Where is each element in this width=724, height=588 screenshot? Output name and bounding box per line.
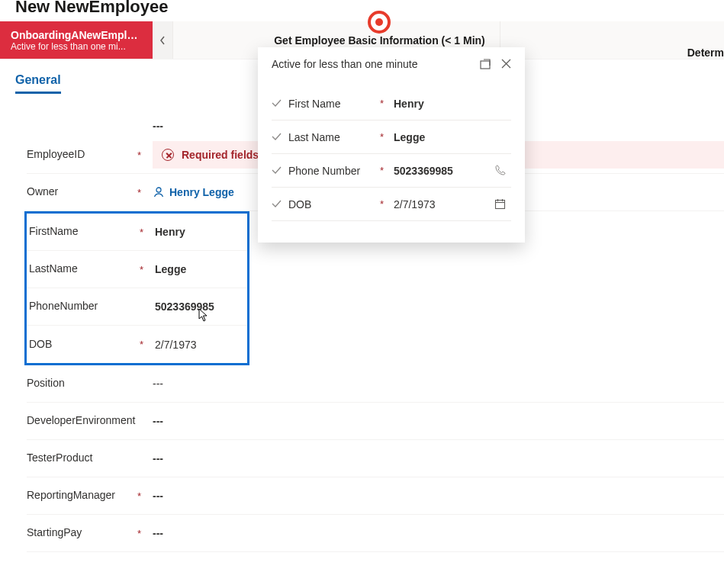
startingpay-value[interactable]: --- <box>153 522 724 544</box>
flyout-first-name-label: First Name <box>288 98 380 110</box>
required-mark: * <box>137 528 153 539</box>
required-mark: * <box>137 187 153 198</box>
target-indicator-icon <box>368 11 391 34</box>
phone-label: PhoneNumber <box>29 295 140 318</box>
dev-env-value[interactable]: --- <box>153 410 724 432</box>
stage-active-title: OnboardingANewEmplo... <box>11 29 142 41</box>
flyout-dob-label: DOB <box>288 198 380 210</box>
phone-value[interactable]: 5023369985 <box>155 296 247 317</box>
highlighted-fields: FirstName * Henry LastName * Legge Phone… <box>24 211 249 365</box>
required-mark: * <box>380 98 394 109</box>
flyout-phone-label: Phone Number <box>288 165 380 177</box>
position-value[interactable]: --- <box>153 373 724 394</box>
reporting-value[interactable]: --- <box>153 485 724 506</box>
svg-point-0 <box>156 188 161 192</box>
svg-rect-2 <box>496 201 505 209</box>
check-icon <box>272 200 282 208</box>
dob-label: DOB <box>29 333 140 356</box>
required-mark: * <box>380 165 394 176</box>
stage-flyout: Active for less than one minute First Na… <box>258 47 525 243</box>
stage-active-sub: Active for less than one mi... <box>11 41 142 52</box>
close-icon[interactable] <box>501 59 511 69</box>
owner-name: Henry Legge <box>169 186 234 198</box>
calendar-icon[interactable] <box>494 198 511 210</box>
person-icon <box>153 186 165 198</box>
flyout-dob-row: DOB * 2/7/1973 <box>272 188 511 221</box>
dock-icon[interactable] <box>480 59 491 69</box>
employee-id-label: EmployeeID <box>27 143 137 166</box>
required-mark: * <box>140 339 155 350</box>
tester-value[interactable]: --- <box>153 448 724 469</box>
check-icon <box>272 166 282 175</box>
first-name-label: FirstName <box>29 220 140 243</box>
check-icon <box>272 133 282 141</box>
tab-general[interactable]: General <box>15 73 61 94</box>
required-mark: * <box>137 490 153 502</box>
last-name-value[interactable]: Legge <box>155 259 247 280</box>
phone-icon[interactable] <box>494 165 511 176</box>
required-mark: * <box>137 149 153 161</box>
stage-collapse-button[interactable] <box>153 21 172 59</box>
reporting-label: ReportingManager <box>27 484 137 507</box>
chevron-left-icon <box>159 35 166 46</box>
flyout-dob-value[interactable]: 2/7/1973 <box>394 198 494 210</box>
startingpay-label: StartingPay <box>27 522 137 545</box>
error-text: Required fields <box>182 149 259 161</box>
stage-spacer-2 <box>500 21 677 59</box>
required-mark: * <box>140 227 155 238</box>
stage-right[interactable]: Determ <box>677 21 724 59</box>
flyout-last-name-row: Last Name * Legge <box>272 120 511 154</box>
required-mark: * <box>380 131 394 143</box>
error-circle-icon <box>162 149 174 161</box>
page-title: New NewEmployee <box>0 0 724 21</box>
flyout-last-name-label: Last Name <box>288 131 380 143</box>
flyout-first-name-row: First Name * Henry <box>272 87 511 120</box>
flyout-first-name-value[interactable]: Henry <box>394 98 494 110</box>
last-name-label: LastName <box>29 258 140 281</box>
flyout-phone-value[interactable]: 5023369985 <box>394 165 494 177</box>
required-mark: * <box>140 264 155 275</box>
required-mark: * <box>380 198 394 210</box>
stage-active[interactable]: OnboardingANewEmplo... Active for less t… <box>0 21 153 59</box>
flyout-phone-row: Phone Number * 5023369985 <box>272 154 511 188</box>
owner-label: Owner <box>27 181 137 204</box>
svg-rect-1 <box>481 61 490 69</box>
stage-spacer <box>172 21 259 59</box>
check-icon <box>272 99 282 108</box>
dev-env-label: DeveloperEnvironment <box>27 410 137 432</box>
flyout-title: Active for less than one minute <box>272 58 417 70</box>
tester-label: TesterProduct <box>27 447 137 470</box>
flyout-last-name-value[interactable]: Legge <box>394 131 494 143</box>
dob-value[interactable]: 2/7/1973 <box>155 334 247 355</box>
position-label: Position <box>27 372 137 395</box>
first-name-value[interactable]: Henry <box>155 221 247 243</box>
